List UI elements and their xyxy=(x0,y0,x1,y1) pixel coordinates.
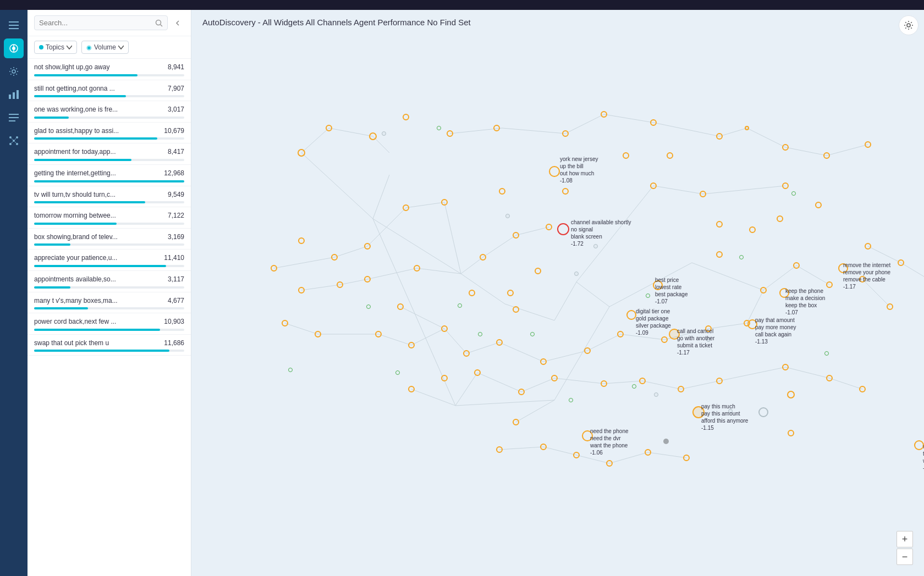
graph-node[interactable] xyxy=(375,331,382,337)
graph-node[interactable] xyxy=(288,368,293,372)
graph-node[interactable] xyxy=(826,375,833,381)
graph-node[interactable] xyxy=(745,126,749,130)
graph-node[interactable] xyxy=(540,358,547,365)
graph-node[interactable] xyxy=(650,119,657,126)
graph-node[interactable] xyxy=(469,290,475,296)
volume-filter[interactable]: ◉ Volume xyxy=(81,41,129,54)
topics-filter[interactable]: Topics xyxy=(34,41,77,54)
graph-node[interactable] xyxy=(364,243,371,250)
graph-node[interactable] xyxy=(898,259,904,266)
graph-node[interactable] xyxy=(441,199,448,206)
graph-node[interactable] xyxy=(496,339,503,346)
topic-item[interactable]: swap that out pick them u 11,686 xyxy=(28,335,191,356)
graph-node[interactable] xyxy=(499,188,505,195)
graph-node[interactable] xyxy=(298,149,305,157)
graph-node[interactable] xyxy=(683,455,690,461)
graph-node[interactable] xyxy=(458,303,462,308)
graph-node[interactable] xyxy=(760,287,767,293)
graph-node[interactable] xyxy=(678,386,684,392)
graph-node[interactable] xyxy=(601,380,607,387)
graph-node[interactable] xyxy=(601,111,607,118)
graph-node[interactable] xyxy=(513,419,519,425)
graph-cluster-node[interactable] xyxy=(779,288,789,298)
graph-node[interactable] xyxy=(739,255,744,259)
graph-node[interactable] xyxy=(326,125,332,131)
graph-node[interactable] xyxy=(298,237,305,244)
graph-node[interactable] xyxy=(408,342,415,348)
graph-node[interactable] xyxy=(441,375,448,381)
topic-item[interactable]: one was working,one is fre... 3,017 xyxy=(28,101,191,123)
graph-node[interactable] xyxy=(782,182,789,189)
graph-node[interactable] xyxy=(562,188,569,195)
graph-node[interactable] xyxy=(793,262,800,269)
graph-node[interactable] xyxy=(315,331,321,337)
graph-node[interactable] xyxy=(551,375,558,381)
topic-item[interactable]: power cord back,next few ... 10,903 xyxy=(28,313,191,335)
topic-item[interactable]: tv will turn,tv should turn,c... 9,549 xyxy=(28,186,191,208)
graph-cluster-node[interactable] xyxy=(747,319,757,329)
graph-node[interactable] xyxy=(480,254,486,261)
search-input[interactable] xyxy=(39,19,152,27)
graph-node[interactable] xyxy=(271,265,277,272)
graph-node[interactable] xyxy=(474,369,481,376)
graph-node[interactable] xyxy=(535,268,541,274)
settings-button[interactable] xyxy=(899,15,919,35)
topic-item[interactable]: tomorrow morning betwee... 7,122 xyxy=(28,207,191,229)
graph-node[interactable] xyxy=(716,133,723,140)
graph-node[interactable] xyxy=(403,114,409,120)
search-box[interactable] xyxy=(34,15,168,30)
graph-node[interactable] xyxy=(823,152,830,159)
graph-cluster-node[interactable] xyxy=(914,440,924,450)
graph-node[interactable] xyxy=(782,144,789,151)
rail-analytics-icon[interactable] xyxy=(4,38,24,58)
graph-cluster-node[interactable] xyxy=(692,406,705,418)
graph-node[interactable] xyxy=(530,332,535,336)
rail-settings-icon[interactable] xyxy=(4,62,24,81)
graph-node[interactable] xyxy=(584,347,591,354)
graph-node[interactable] xyxy=(496,446,503,453)
graph-node[interactable] xyxy=(632,384,636,389)
graph-cluster-node[interactable] xyxy=(669,329,680,340)
graph-node[interactable] xyxy=(397,303,404,310)
graph-node[interactable] xyxy=(667,152,673,159)
topic-item[interactable]: many t v's,many boxes,ma... 4,677 xyxy=(28,292,191,314)
topic-item[interactable]: appointments available,so... 3,117 xyxy=(28,271,191,292)
graph-node[interactable] xyxy=(859,386,866,392)
graph-node[interactable] xyxy=(749,226,756,233)
graph-node[interactable] xyxy=(777,215,783,222)
graph-node[interactable] xyxy=(395,370,400,375)
rail-list-icon[interactable] xyxy=(4,108,24,128)
graph-node[interactable] xyxy=(478,332,482,336)
graph-node[interactable] xyxy=(546,224,552,230)
zoom-out-button[interactable]: − xyxy=(897,549,913,565)
graph-cluster-node[interactable] xyxy=(549,166,560,177)
graph-node[interactable] xyxy=(716,378,723,384)
graph-node[interactable] xyxy=(369,132,377,140)
graph-node[interactable] xyxy=(646,293,650,298)
graph-node[interactable] xyxy=(654,392,658,397)
graph-node[interactable] xyxy=(364,276,371,283)
topic-item[interactable]: appreciate your patience,u... 11,410 xyxy=(28,250,191,271)
graph-node[interactable] xyxy=(887,303,893,310)
topic-item[interactable]: appointment for today,app... 8,417 xyxy=(28,143,191,165)
graph-node[interactable] xyxy=(513,306,519,313)
graph-node[interactable] xyxy=(337,281,343,288)
topic-item[interactable]: box showing,brand of telev... 3,169 xyxy=(28,229,191,250)
graph-node[interactable] xyxy=(639,378,646,384)
graph-node[interactable] xyxy=(788,430,794,436)
topic-item[interactable]: getting the internet,getting... 12,968 xyxy=(28,165,191,186)
graph-node[interactable] xyxy=(569,398,573,402)
graph-node[interactable] xyxy=(403,204,409,211)
graph-node[interactable] xyxy=(815,202,822,208)
graph-node[interactable] xyxy=(505,214,510,218)
graph-node[interactable] xyxy=(706,337,711,342)
graph-node[interactable] xyxy=(331,254,338,261)
graph-node[interactable] xyxy=(593,244,598,248)
graph-node[interactable] xyxy=(573,452,580,458)
graph-node[interactable] xyxy=(826,281,833,288)
graph-node[interactable] xyxy=(791,191,796,196)
graph-node[interactable] xyxy=(493,125,500,131)
graph-node[interactable] xyxy=(562,130,569,137)
graph-node[interactable] xyxy=(661,336,668,343)
topic-item[interactable]: not show,light up,go away 8,941 xyxy=(28,59,191,80)
